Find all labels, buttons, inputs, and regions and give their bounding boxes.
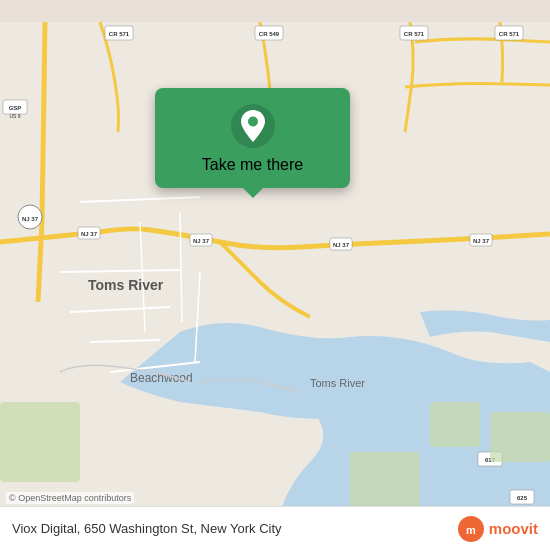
svg-text:CR 571: CR 571 xyxy=(404,31,425,37)
svg-text:NJ 37: NJ 37 xyxy=(333,242,350,248)
svg-rect-41 xyxy=(430,402,480,447)
svg-text:US 9: US 9 xyxy=(9,113,20,119)
svg-rect-40 xyxy=(350,452,420,512)
svg-text:m: m xyxy=(466,524,476,536)
address-text: Viox Digital, 650 Washington St, New Yor… xyxy=(12,521,282,536)
moovit-logo-text: moovit xyxy=(489,520,538,537)
svg-text:625: 625 xyxy=(517,495,528,501)
svg-point-44 xyxy=(248,117,258,127)
svg-text:NJ 37: NJ 37 xyxy=(193,238,210,244)
svg-rect-39 xyxy=(0,402,80,482)
svg-text:Beachwood: Beachwood xyxy=(130,371,193,385)
svg-line-1 xyxy=(42,22,45,222)
svg-text:Toms River: Toms River xyxy=(88,277,164,293)
svg-text:NJ 37: NJ 37 xyxy=(81,231,98,237)
map-attribution: © OpenStreetMap contributors xyxy=(6,492,134,504)
svg-text:GSP: GSP xyxy=(9,105,22,111)
map-container: NJ 37 CR 571 CR 549 CR 571 CR 571 GSP US… xyxy=(0,0,550,550)
svg-text:NJ 37: NJ 37 xyxy=(22,216,39,222)
moovit-icon: m xyxy=(457,515,485,543)
svg-rect-42 xyxy=(490,412,550,462)
attribution-text: © OpenStreetMap contributors xyxy=(9,493,131,503)
svg-text:CR 571: CR 571 xyxy=(499,31,520,37)
svg-text:NJ 37: NJ 37 xyxy=(473,238,490,244)
moovit-logo: m moovit xyxy=(457,515,538,543)
svg-text:CR 571: CR 571 xyxy=(109,31,130,37)
svg-text:Toms River: Toms River xyxy=(310,377,365,389)
bottom-bar: Viox Digital, 650 Washington St, New Yor… xyxy=(0,506,550,550)
directions-popup[interactable]: Take me there xyxy=(155,88,350,188)
map-background: NJ 37 CR 571 CR 549 CR 571 CR 571 GSP US… xyxy=(0,0,550,550)
take-me-there-button[interactable]: Take me there xyxy=(202,156,303,174)
svg-text:CR 549: CR 549 xyxy=(259,31,280,37)
location-pin-icon xyxy=(231,104,275,148)
